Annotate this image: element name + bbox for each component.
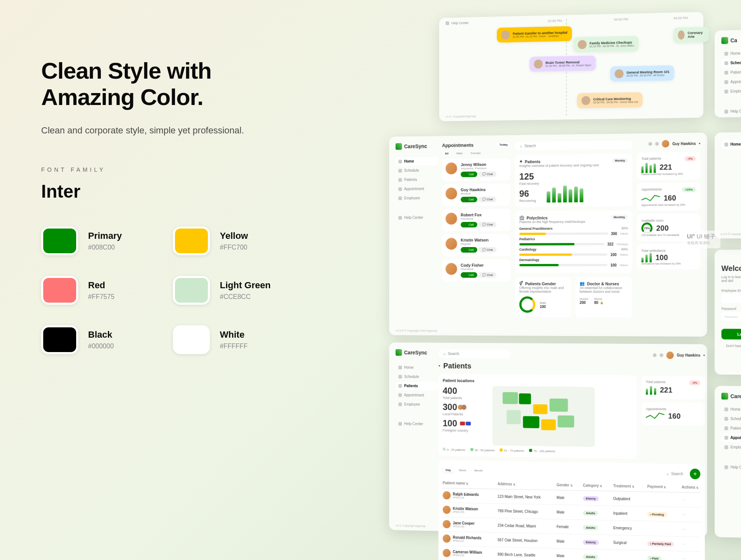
more-icon[interactable]: ⋯	[682, 556, 700, 560]
sidebar-item-home[interactable]: Home	[396, 157, 438, 166]
sidebar-item-help[interactable]: Help Center	[721, 107, 741, 116]
timeline-event[interactable]: Coronary Arte	[673, 27, 709, 42]
more-icon[interactable]: ⋯	[682, 512, 700, 517]
more-icon[interactable]: ⋯	[682, 527, 700, 532]
tab-week[interactable]: Week	[456, 468, 469, 473]
sidebar-item-schedule[interactable]: Schedule	[721, 58, 741, 68]
column-header[interactable]: Patient name ⇅	[443, 481, 493, 486]
monthly-dropdown[interactable]: Monthly	[611, 215, 628, 219]
sidebar-item-employee[interactable]: Employee	[721, 86, 741, 96]
column-header[interactable]: Gender ⇅	[557, 483, 578, 488]
timeline-event[interactable]: Brain Tumor Removal01:30 PM - 06:00 PM -…	[529, 56, 596, 72]
appointment-card[interactable]: Kristin WatsonRegular📞 Call💬 Chat	[442, 234, 511, 256]
table-search[interactable]: ⌕Search	[663, 470, 687, 477]
sidebar-item-help[interactable]: Help Center	[396, 419, 438, 428]
timeline-event[interactable]: Patient transfer to another hospital01:0…	[497, 26, 572, 42]
bell-icon[interactable]	[659, 353, 663, 357]
add-button[interactable]: +	[690, 469, 700, 479]
tab-female[interactable]: Female	[468, 151, 484, 156]
search-input[interactable]: ⌕ Search	[515, 140, 632, 150]
user-avatar[interactable]	[666, 351, 674, 359]
font-family-label: FONT FAMILY	[41, 166, 288, 173]
sidebar-item-schedule[interactable]: Schedule	[396, 166, 438, 175]
color-palette: Primary#008C00Yellow#FFC700Red#FF7575Lig…	[41, 226, 288, 354]
chevron-down-icon[interactable]: ▾	[704, 354, 705, 357]
sidebar-item-patients[interactable]: Patients	[721, 68, 741, 77]
sidebar-item-patients[interactable]: Patients	[721, 424, 741, 433]
user-name[interactable]: Guy Hawkins	[672, 141, 696, 146]
appointment-card[interactable]: Guy HawkinsMedical📞 Call💬 Chat	[442, 183, 511, 206]
stat-fast-recovery: 125	[520, 171, 539, 182]
sidebar-item-employee[interactable]: Employee	[396, 400, 438, 409]
login-button[interactable]: Login	[721, 329, 741, 339]
column-header[interactable]: Payment ⇅	[647, 484, 677, 489]
call-button[interactable]: 📞 Call	[461, 247, 477, 253]
sidebar-item-schedule[interactable]: Schedule	[721, 414, 741, 423]
timeline-event[interactable]: Family Medicine Checkups01:15 PM - 02:40…	[573, 36, 638, 52]
tab-day[interactable]: Day	[443, 467, 454, 472]
column-header[interactable]: Category ⇅	[583, 483, 609, 488]
swatch-red: Red#FF7575	[41, 276, 156, 305]
row-avatar	[443, 506, 450, 514]
timeline-event[interactable]: Critical Care Monitoring03:50 PM - 04:00…	[577, 92, 643, 108]
no-account-link[interactable]: Don't have an account	[721, 344, 741, 348]
timeline-event[interactable]: General Meeting Room 10103:20 PM - 04:30…	[610, 65, 674, 82]
sidebar-item-home[interactable]: Home	[721, 405, 741, 414]
today-filter[interactable]: Today	[496, 142, 510, 147]
color-chip	[41, 325, 78, 354]
password-input[interactable]: Password	[721, 312, 741, 321]
sidebar-item-appointment[interactable]: Appointment	[396, 184, 438, 193]
tab-month[interactable]: Month	[471, 468, 486, 473]
sidebar-item-help[interactable]: Help Center	[396, 213, 438, 222]
sparkline-icon	[641, 192, 660, 204]
gear-icon[interactable]	[653, 353, 657, 357]
sidebar-item-schedule[interactable]: Schedule	[396, 372, 438, 381]
swatch-name: Primary	[88, 231, 122, 241]
tab-all[interactable]: All	[442, 151, 452, 156]
more-icon[interactable]: ⋯	[682, 542, 700, 546]
chat-button[interactable]: 💬 Chat	[479, 196, 496, 202]
bell-icon[interactable]	[655, 142, 659, 146]
sidebar-item-employee[interactable]: Employee	[721, 443, 741, 452]
appointment-card[interactable]: Cody FisherInsurance📞 Call💬 Chat	[442, 259, 511, 281]
chat-button[interactable]: 💬 Chat	[479, 171, 496, 177]
call-button[interactable]: 📞 Call	[461, 222, 477, 228]
patients-bar-chart	[547, 184, 583, 203]
employee-id-input[interactable]	[721, 294, 741, 303]
more-icon[interactable]: ⋯	[682, 498, 700, 502]
user-name[interactable]: Guy Hawkins	[677, 353, 700, 357]
user-avatar[interactable]	[662, 140, 669, 147]
legend-item: 26 - 50 patients	[470, 448, 494, 452]
appointment-card[interactable]: Robert FoxInsurance📞 Call💬 Chat	[442, 209, 511, 231]
sidebar-item-appointment[interactable]: Appointment	[721, 433, 741, 443]
chat-button[interactable]: 💬 Chat	[479, 222, 496, 228]
call-button[interactable]: 📞 Call	[461, 171, 477, 177]
column-header[interactable]: Address ⇅	[498, 482, 552, 487]
gear-icon[interactable]	[648, 142, 652, 146]
sidebar-item-patients[interactable]: Patients	[396, 381, 438, 390]
search-input[interactable]: ⌕Search	[438, 350, 510, 359]
sidebar-item-help[interactable]: Help Center	[721, 463, 741, 472]
weekly-dropdown[interactable]: Weekly	[612, 158, 628, 163]
help-center-link[interactable]: Help Center	[451, 21, 468, 25]
chat-button[interactable]: 💬 Chat	[479, 272, 496, 278]
help-icon	[398, 422, 402, 425]
patients-icon	[725, 426, 728, 430]
call-button[interactable]: 📞 Call	[461, 272, 477, 278]
column-header[interactable]: Treatment ⇅	[613, 484, 643, 488]
sidebar-item-appointment[interactable]: Appointment	[396, 391, 438, 400]
sidebar-item-home[interactable]: Home	[721, 140, 741, 149]
sidebar-item-employee[interactable]: Employee	[396, 194, 438, 202]
tab-male[interactable]: Male	[454, 151, 466, 156]
search-icon: ⌕	[443, 352, 445, 356]
time-label: 02:00 PM	[548, 19, 562, 23]
appointment-card[interactable]: Jenny WilsonInsurance, Premium📞 Call💬 Ch…	[442, 158, 511, 181]
chevron-down-icon[interactable]: ▾	[699, 142, 701, 145]
column-header[interactable]: Actions ⇅	[682, 485, 700, 490]
sidebar-item-patients[interactable]: Patients	[396, 175, 438, 184]
sidebar-item-home[interactable]: Home	[396, 363, 438, 372]
call-button[interactable]: 📞 Call	[461, 197, 477, 203]
sidebar-item-appointment[interactable]: Appointment	[721, 77, 741, 86]
chat-button[interactable]: 💬 Chat	[479, 247, 496, 253]
sidebar-item-home[interactable]: Home	[721, 49, 741, 58]
